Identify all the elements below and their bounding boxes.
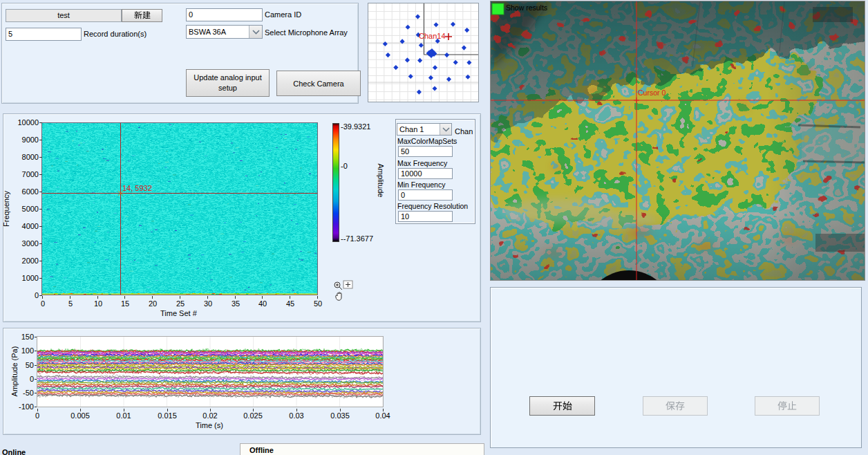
svg-text:Chan14: Chan14 xyxy=(419,32,446,40)
svg-text:14, 5932: 14, 5932 xyxy=(122,184,152,192)
svg-text:Cursor 0: Cursor 0 xyxy=(638,89,666,97)
svg-text:Show results: Show results xyxy=(506,3,547,12)
